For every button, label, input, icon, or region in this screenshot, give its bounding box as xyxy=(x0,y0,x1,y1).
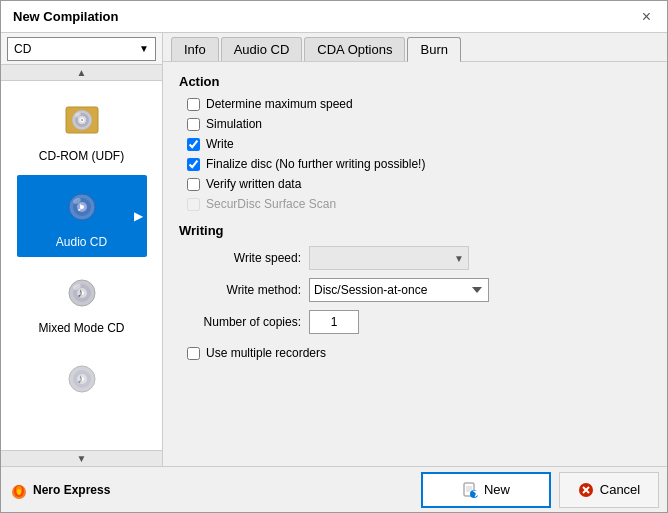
title-bar: New Compilation × xyxy=(1,1,667,33)
copies-label: Number of copies: xyxy=(179,315,309,329)
maxspeed-checkbox[interactable] xyxy=(187,98,200,111)
cancel-x-icon xyxy=(578,482,594,498)
cdrom-icon xyxy=(58,97,106,145)
maxspeed-label[interactable]: Determine maximum speed xyxy=(206,97,353,111)
write-speed-row: Write speed: ▼ xyxy=(179,246,651,270)
write-speed-control[interactable]: ▼ xyxy=(309,246,469,270)
verify-checkbox[interactable] xyxy=(187,178,200,191)
sidebar: CD ▼ ▲ xyxy=(1,33,163,466)
tab-cdaoptions[interactable]: CDA Options xyxy=(304,37,405,61)
write-method-label: Write method: xyxy=(179,283,309,297)
writing-title: Writing xyxy=(179,223,651,238)
finalize-label[interactable]: Finalize disc (No further writing possib… xyxy=(206,157,425,171)
audiocd-svg: ♪ xyxy=(60,185,104,229)
audiocd-label: Audio CD xyxy=(56,235,107,249)
write-label[interactable]: Write xyxy=(206,137,234,151)
verify-label[interactable]: Verify written data xyxy=(206,177,301,191)
checkbox-row-finalize: Finalize disc (No further writing possib… xyxy=(179,157,651,171)
action-section: Action Determine maximum speed Simulatio… xyxy=(179,74,651,211)
writing-section: Writing Write speed: ▼ Write method: xyxy=(179,223,651,360)
tabs-bar: Info Audio CD CDA Options Burn xyxy=(163,33,667,62)
active-chevron-icon: ▶ xyxy=(134,209,143,223)
footer-left: Nero Express xyxy=(9,480,110,500)
simulation-label[interactable]: Simulation xyxy=(206,117,262,131)
copies-input[interactable] xyxy=(309,310,359,334)
close-button[interactable]: × xyxy=(638,9,655,25)
write-speed-dropdown-arrow: ▼ xyxy=(454,253,464,264)
checkbox-row-verify: Verify written data xyxy=(179,177,651,191)
cdrom-label: CD-ROM (UDF) xyxy=(39,149,124,163)
new-button[interactable]: ★ New xyxy=(421,472,551,508)
cdrom-svg xyxy=(60,99,104,143)
write-method-select[interactable]: Disc/Session-at-once Track-at-once Raw/9… xyxy=(309,278,489,302)
new-document-icon: ★ xyxy=(462,482,478,498)
multi-recorder-label[interactable]: Use multiple recorders xyxy=(206,346,326,360)
checkbox-row-securdisc: SecurDisc Surface Scan xyxy=(179,197,651,211)
nero-flame-icon xyxy=(9,480,29,500)
svg-point-5 xyxy=(81,119,83,121)
sidebar-item-extra[interactable]: ♪ xyxy=(17,347,147,411)
extra-svg: ♪ xyxy=(60,357,104,401)
copies-row: Number of copies: xyxy=(179,310,651,334)
sidebar-item-audiocd[interactable]: ♪ Audio CD ▶ xyxy=(17,175,147,257)
scroll-up-button[interactable]: ▲ xyxy=(77,67,87,78)
tab-audiocd[interactable]: Audio CD xyxy=(221,37,303,61)
content-area: CD ▼ ▲ xyxy=(1,33,667,466)
checkbox-row-maxspeed: Determine maximum speed xyxy=(179,97,651,111)
tab-burn[interactable]: Burn xyxy=(407,37,460,62)
main-panel: Info Audio CD CDA Options Burn Action xyxy=(163,33,667,466)
nero-express-label: Nero Express xyxy=(33,483,110,497)
finalize-checkbox[interactable] xyxy=(187,158,200,171)
write-checkbox[interactable] xyxy=(187,138,200,151)
disc-type-label: CD xyxy=(14,42,139,56)
svg-point-27 xyxy=(17,489,21,495)
cancel-button-label: Cancel xyxy=(600,482,640,497)
footer-buttons: ★ New Cancel xyxy=(421,472,659,508)
sidebar-items-list: CD-ROM (UDF) ♪ xyxy=(1,81,162,450)
svg-text:★: ★ xyxy=(471,485,478,498)
mixedcd-label: Mixed Mode CD xyxy=(38,321,124,335)
tab-info[interactable]: Info xyxy=(171,37,219,61)
multi-recorder-row: Use multiple recorders xyxy=(179,346,651,360)
write-method-row: Write method: Disc/Session-at-once Track… xyxy=(179,278,651,302)
write-speed-label: Write speed: xyxy=(179,251,309,265)
mixedcd-icon: ♪ xyxy=(58,269,106,317)
securdisc-label: SecurDisc Surface Scan xyxy=(206,197,336,211)
scroll-down-button[interactable]: ▼ xyxy=(77,453,87,464)
audiocd-icon: ♪ xyxy=(58,183,106,231)
dropdown-arrow-icon: ▼ xyxy=(139,43,149,54)
disc-type-dropdown[interactable]: CD ▼ xyxy=(7,37,156,61)
sidebar-item-cdrom[interactable]: CD-ROM (UDF) xyxy=(17,89,147,171)
cancel-button[interactable]: Cancel xyxy=(559,472,659,508)
footer: Nero Express ★ New xyxy=(1,466,667,512)
action-title: Action xyxy=(179,74,651,89)
svg-text:♪: ♪ xyxy=(77,371,84,386)
main-window: New Compilation × CD ▼ ▲ xyxy=(0,0,668,513)
checkbox-row-simulation: Simulation xyxy=(179,117,651,131)
nero-branding: Nero Express xyxy=(9,480,110,500)
window-title: New Compilation xyxy=(13,9,118,24)
new-button-label: New xyxy=(484,482,510,497)
sidebar-item-mixedcd[interactable]: ♪ Mixed Mode CD xyxy=(17,261,147,343)
burn-tab-content: Action Determine maximum speed Simulatio… xyxy=(163,62,667,466)
mixedcd-svg: ♪ xyxy=(60,271,104,315)
multi-recorder-checkbox[interactable] xyxy=(187,347,200,360)
securdisc-checkbox[interactable] xyxy=(187,198,200,211)
extra-icon: ♪ xyxy=(58,355,106,403)
simulation-checkbox[interactable] xyxy=(187,118,200,131)
checkbox-row-write: Write xyxy=(179,137,651,151)
sidebar-header: CD ▼ xyxy=(1,33,162,65)
